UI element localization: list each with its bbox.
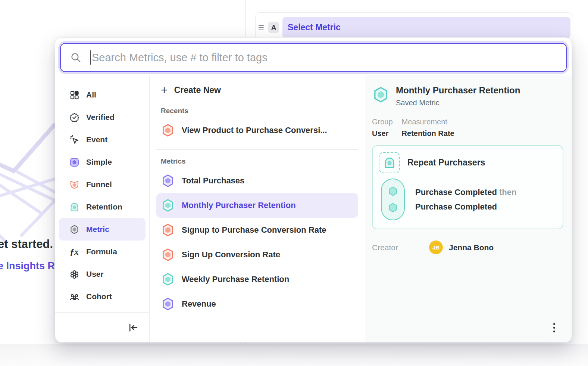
- sidebar-item-cohort[interactable]: Cohort: [59, 285, 146, 308]
- metric-item-label: Weekly Purchase Retention: [182, 274, 289, 284]
- metric-item-label: Total Purchases: [182, 176, 244, 186]
- group-label: Group: [372, 118, 393, 126]
- sidebar-item-retention[interactable]: Retention: [59, 196, 146, 218]
- sidebar-item-formula[interactable]: ƒx Formula: [59, 241, 146, 263]
- search-box[interactable]: [60, 43, 567, 72]
- funnel-metric-icon: [69, 179, 79, 190]
- card-title: Repeat Purchasers: [407, 158, 485, 168]
- sidebar-item-label: Cohort: [86, 292, 112, 301]
- metric-hexagon-teal-icon: [161, 198, 175, 213]
- group-value: User: [372, 129, 393, 138]
- step-2: Purchase Completed: [415, 202, 516, 212]
- sidebar-item-label: Metric: [86, 225, 109, 234]
- canvas-bottom-strip: [0, 344, 588, 366]
- metric-item-monthly-purchaser-retention[interactable]: Monthly Purchaser Retention: [156, 193, 358, 218]
- sidebar-item-all[interactable]: All: [59, 84, 146, 106]
- recent-item[interactable]: View Product to Purchase Conversi...: [156, 118, 358, 143]
- metric-hexagon-purple-icon: [161, 174, 175, 188]
- metric-item-revenue[interactable]: Revenue: [156, 292, 358, 316]
- saved-metric-card: Repeat Purchasers Purchase Completed: [372, 145, 563, 229]
- sidebar-item-label: Funnel: [86, 180, 112, 189]
- category-sidebar: All Verified: [55, 75, 150, 342]
- collapse-left-icon[interactable]: [128, 322, 139, 333]
- metric-item-label: Monthly Purchaser Retention: [182, 201, 296, 210]
- step-hexagon-icon: [387, 202, 399, 214]
- search-icon: [70, 52, 82, 63]
- group-meta: Group User: [372, 118, 393, 138]
- background-link-fragment[interactable]: e Insights Re: [0, 260, 60, 272]
- sidebar-item-verified[interactable]: Verified: [59, 106, 146, 128]
- creator-name: Jenna Bono: [449, 243, 494, 252]
- metric-item-sign-up-conversion[interactable]: Sign Up Conversion Rate: [156, 242, 358, 267]
- recents-heading: Recents: [161, 107, 358, 115]
- metric-hexagon-purple-icon: [161, 297, 175, 311]
- kebab-menu-icon[interactable]: [551, 321, 557, 335]
- cohort-people-icon: [69, 291, 79, 302]
- metric-hexagon-coral-icon: [161, 123, 175, 137]
- retention-steps-capsule: [381, 179, 405, 220]
- select-metric-chip[interactable]: Select Metric: [282, 17, 570, 38]
- list-divider: [156, 149, 358, 150]
- decorative-line-art: [0, 123, 56, 250]
- creator-row: Creator JB Jenna Bono: [372, 241, 563, 254]
- verified-badge-icon: [69, 112, 79, 122]
- search-input[interactable]: [92, 52, 557, 64]
- drag-handle-icon[interactable]: [259, 25, 265, 30]
- retention-metric-icon: [69, 202, 79, 212]
- search-area: [55, 38, 572, 75]
- metric-hexagon-teal-icon: [372, 86, 390, 103]
- metric-item-weekly-purchase-retention[interactable]: Weekly Purchase Retention: [156, 267, 358, 292]
- metric-hexagon-coral-icon: [161, 248, 175, 262]
- metric-item-label: Sign Up Conversion Rate: [182, 250, 280, 260]
- step-1: Purchase Completed then: [415, 187, 516, 197]
- sidebar-item-label: Formula: [86, 247, 117, 256]
- background-headline-fragment: et started.: [0, 238, 53, 251]
- sidebar-item-label: All: [86, 90, 96, 99]
- sidebar-item-label: Retention: [86, 202, 122, 211]
- metric-hexagon-teal-icon: [161, 272, 175, 286]
- metric-list: + Create New Recents View Product to Pur…: [150, 75, 365, 342]
- sidebar-item-event[interactable]: Event: [59, 128, 146, 151]
- formula-fx-icon: ƒx: [69, 246, 79, 257]
- detail-subtitle: Saved Metric: [396, 99, 520, 107]
- metric-item-label: Signup to Purchase Conversion Rate: [182, 225, 326, 235]
- retention-dashed-icon: [379, 152, 400, 173]
- series-letter-badge: A: [268, 22, 279, 33]
- detail-footer: [365, 313, 572, 342]
- metric-hexagon-icon: [69, 224, 79, 235]
- metric-item-signup-to-purchase[interactable]: Signup to Purchase Conversion Rate: [156, 218, 358, 242]
- metric-item-total-purchases[interactable]: Total Purchases: [156, 168, 358, 193]
- simple-metric-icon: [69, 157, 79, 167]
- sidebar-item-funnel[interactable]: Funnel: [59, 173, 146, 196]
- creator-label: Creator: [372, 243, 429, 252]
- create-new-label: Create New: [174, 85, 221, 95]
- recent-item-label: View Product to Purchase Conversi...: [182, 125, 327, 135]
- grid-icon: [69, 90, 79, 100]
- sidebar-footer: [55, 312, 149, 342]
- sidebar-item-label: Verified: [86, 113, 115, 122]
- create-new-button[interactable]: + Create New: [156, 81, 358, 99]
- user-cluster-icon: [69, 269, 79, 279]
- sidebar-item-simple[interactable]: Simple: [59, 151, 146, 173]
- measurement-value: Retention Rate: [402, 129, 454, 138]
- metric-picker-modal: All Verified: [55, 37, 572, 342]
- sidebar-item-user[interactable]: User: [59, 263, 146, 285]
- metric-hexagon-coral-icon: [161, 223, 175, 237]
- measurement-meta: Measurement Retention Rate: [402, 118, 454, 138]
- step-hexagon-icon: [387, 185, 399, 197]
- select-metric-label: Select Metric: [288, 22, 341, 32]
- sidebar-item-label: Simple: [86, 158, 112, 167]
- sidebar-item-label: User: [86, 270, 104, 279]
- metric-item-label: Revenue: [182, 299, 216, 309]
- metric-detail-panel: Monthly Purchaser Retention Saved Metric…: [365, 75, 572, 342]
- creator-avatar: JB: [429, 241, 443, 254]
- detail-title: Monthly Purchaser Retention: [396, 85, 520, 96]
- sidebar-item-metric[interactable]: Metric: [59, 218, 146, 241]
- metrics-heading: Metrics: [161, 157, 358, 165]
- measurement-label: Measurement: [402, 118, 454, 126]
- step-then-word: then: [499, 187, 516, 197]
- event-cursor-icon: [69, 134, 79, 145]
- sidebar-item-label: Event: [86, 135, 107, 144]
- plus-icon: +: [161, 84, 168, 96]
- text-caret: [90, 50, 91, 65]
